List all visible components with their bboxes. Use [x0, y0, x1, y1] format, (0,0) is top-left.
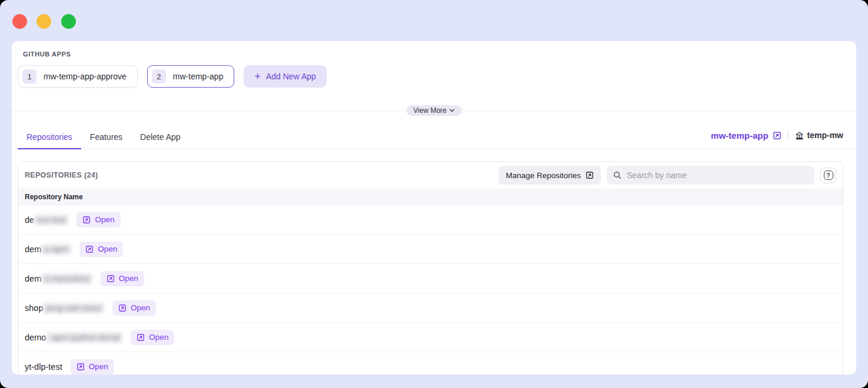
repositories-card: REPOSITORIES (24) Manage Repositories: [18, 161, 843, 374]
repo-name: demo: [25, 333, 46, 342]
github-apps-title: GITHUB APPS: [23, 51, 850, 58]
close-window-button[interactable]: [12, 14, 27, 29]
app-chip-name: mw-temp-app-approve: [44, 72, 127, 81]
repo-name: yt-dlp-test: [25, 362, 62, 372]
open-repository-button[interactable]: Open: [101, 271, 144, 286]
app-chips-row: 1 mw-temp-app-approve 2 mw-temp-app + Ad…: [18, 65, 850, 88]
open-label: Open: [89, 362, 108, 371]
app-window: GITHUB APPS 1 mw-temp-app-approve 2 mw-t…: [0, 0, 868, 388]
manage-repositories-label: Manage Repositories: [505, 171, 581, 180]
help-button[interactable]: ?: [820, 168, 836, 183]
tabs-right-group: mw-temp-app temp-mw: [711, 125, 843, 149]
app-chip-mw-temp-app-approve[interactable]: 1 mw-temp-app-approve: [18, 65, 138, 88]
tab-repositories[interactable]: Repositories: [18, 125, 81, 149]
external-link-icon: [85, 245, 94, 253]
app-chip-index: 2: [152, 69, 166, 83]
open-label: Open: [95, 215, 114, 224]
open-label: Open: [149, 333, 168, 342]
minimize-window-button[interactable]: [36, 14, 51, 29]
repositories-title: REPOSITORIES (24): [25, 171, 98, 179]
open-repository-button[interactable]: Open: [77, 212, 120, 228]
table-row: shop ping-cart-react Open: [18, 293, 843, 323]
github-apps-section: GITHUB APPS 1 mw-temp-app-approve 2 mw-t…: [12, 41, 856, 88]
table-row: demo -apm-python-keval Open: [18, 323, 843, 352]
repo-name-redacted: o-repository: [41, 273, 92, 284]
table-row: dem o-repository Open: [18, 264, 843, 293]
tab-features[interactable]: Features: [81, 125, 131, 149]
bank-icon: [795, 131, 804, 140]
repo-name: shop: [25, 303, 43, 313]
repo-name-redacted: -apm-python-keval: [46, 332, 122, 343]
open-label: Open: [119, 274, 138, 283]
app-chip-name: mw-temp-app: [173, 72, 224, 81]
external-link-icon: [107, 275, 115, 283]
open-label: Open: [131, 303, 150, 312]
org-label: temp-mw: [807, 131, 843, 140]
repo-name: de: [25, 215, 34, 225]
repositories-card-header: REPOSITORIES (24) Manage Repositories: [18, 162, 843, 189]
app-chip-mw-temp-app[interactable]: 2 mw-temp-app: [147, 65, 235, 88]
main-panel: GITHUB APPS 1 mw-temp-app-approve 2 mw-t…: [12, 41, 856, 374]
table-row: yt-dlp-test Open: [18, 352, 843, 374]
question-icon: ?: [824, 170, 833, 180]
table-row: de mo-test Open: [18, 205, 843, 235]
tab-delete-app[interactable]: Delete App: [131, 125, 189, 149]
app-link-label: mw-temp-app: [711, 131, 769, 141]
add-new-app-button[interactable]: + Add New App: [244, 65, 326, 88]
repository-table: de mo-test Open dem o-apm Open dem o-rep…: [18, 205, 843, 374]
open-repository-button[interactable]: Open: [79, 242, 123, 257]
chevron-down-icon: [450, 109, 455, 112]
search-box: [607, 166, 814, 185]
external-link-icon: [586, 171, 594, 179]
open-repository-button[interactable]: Open: [71, 359, 114, 374]
app-chip-index: 1: [22, 69, 36, 83]
repo-name-redacted: o-apm: [41, 244, 71, 255]
repo-name: dem: [25, 245, 41, 254]
open-label: Open: [98, 245, 117, 253]
view-more-button[interactable]: View More: [406, 105, 461, 116]
manage-repositories-button[interactable]: Manage Repositories: [498, 166, 601, 185]
add-new-app-label: Add New App: [266, 72, 316, 81]
plus-icon: +: [254, 71, 261, 82]
table-row: dem o-apm Open: [18, 235, 843, 264]
open-repository-button[interactable]: Open: [131, 330, 174, 345]
external-link-icon: [137, 333, 145, 342]
app-external-link[interactable]: mw-temp-app: [711, 131, 781, 141]
search-icon: [613, 170, 622, 180]
search-input[interactable]: [627, 170, 809, 180]
tabs-bar: Repositories Features Delete App mw-temp…: [12, 125, 856, 149]
table-header-row: Repository Name: [18, 189, 843, 205]
card-header-actions: Manage Repositories ?: [498, 166, 836, 185]
maximize-window-button[interactable]: [61, 14, 76, 29]
view-more-label: View More: [413, 106, 446, 115]
org-badge: temp-mw: [795, 131, 843, 140]
vertical-divider: [788, 131, 789, 140]
external-link-icon: [77, 363, 85, 371]
repo-name: dem: [25, 274, 41, 283]
repo-name-redacted: mo-test: [34, 215, 68, 225]
external-link-icon: [118, 304, 127, 312]
external-link-icon: [82, 216, 91, 224]
view-more-row: View More: [12, 105, 856, 116]
open-repository-button[interactable]: Open: [112, 300, 156, 316]
repo-name-redacted: ping-cart-react: [43, 303, 104, 313]
external-link-icon: [773, 131, 781, 140]
column-header-repository-name: Repository Name: [25, 193, 83, 201]
